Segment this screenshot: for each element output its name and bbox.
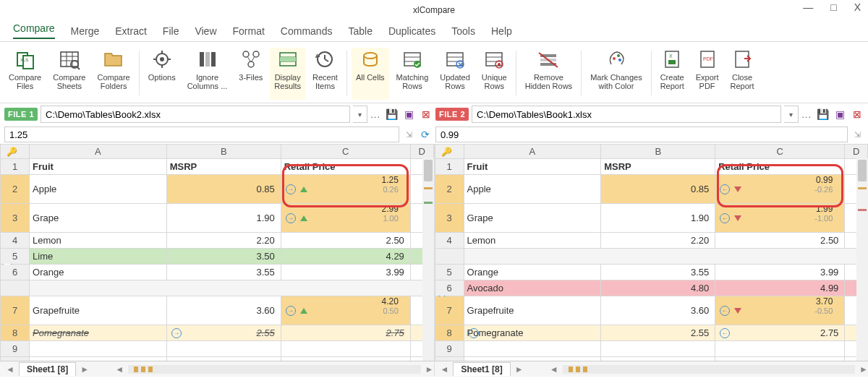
- menu-view[interactable]: View: [195, 25, 216, 37]
- hscroll-left-icon[interactable]: ◄: [550, 364, 558, 374]
- menu-merge[interactable]: Merge: [71, 25, 100, 37]
- file2-sheet-tab[interactable]: Sheet1 [8]: [453, 362, 510, 376]
- hscroll-left-icon[interactable]: ◄: [115, 364, 124, 374]
- cell-fruit[interactable]: Orange: [30, 265, 167, 280]
- header-retail[interactable]: Retail Price: [281, 159, 410, 175]
- menu-commands[interactable]: Commands: [281, 25, 333, 37]
- cell-retail[interactable]: 2.50: [281, 233, 410, 249]
- sheet-nav-left-icon[interactable]: ◄: [438, 364, 452, 374]
- sheet-nav-left-icon[interactable]: ◄: [3, 364, 17, 374]
- cell-retail[interactable]: ←2.75: [715, 325, 845, 341]
- scrollbar-thumb[interactable]: [424, 160, 433, 181]
- cell-retail[interactable]: [715, 357, 845, 361]
- ribbon-close-report-button[interactable]: CloseReport: [726, 48, 759, 100]
- row-header[interactable]: 6: [435, 280, 464, 296]
- cell-fruit[interactable]: [464, 357, 601, 361]
- cell-msrp[interactable]: 2.20: [166, 233, 281, 249]
- header-msrp[interactable]: MSRP: [601, 159, 715, 175]
- row-header[interactable]: 5: [435, 265, 464, 280]
- cell-fruit[interactable]: Pomegranate: [30, 325, 167, 341]
- sheet-nav-right-icon[interactable]: ►: [512, 364, 527, 374]
- hscroll-track[interactable]: [128, 365, 421, 374]
- cell-retail[interactable]: 4.29: [281, 249, 410, 265]
- hscroll-track[interactable]: [563, 365, 856, 374]
- ribbon-display-results-button[interactable]: DisplayResults: [270, 48, 305, 100]
- cell-msrp[interactable]: [166, 357, 281, 361]
- cell-retail[interactable]: [281, 357, 410, 361]
- header-fruit[interactable]: Fruit: [464, 159, 601, 175]
- row-header[interactable]: 3: [435, 204, 464, 233]
- row-header[interactable]: [1, 280, 30, 296]
- menu-file[interactable]: File: [163, 25, 179, 37]
- file1-path-dropdown[interactable]: ▾: [353, 106, 367, 123]
- cell-msrp[interactable]: 3.55: [601, 265, 715, 280]
- cell-fruit[interactable]: Lime: [30, 249, 167, 265]
- file2-grid[interactable]: 🔑ABCD1FruitMSRPRetail Price2Apple0.85←0.…: [435, 144, 869, 361]
- ribbon-compare-folders-button[interactable]: CompareFolders: [93, 48, 135, 100]
- menu-compare[interactable]: Compare: [13, 22, 55, 39]
- ribbon-matching-rows-button[interactable]: MatchingRows: [392, 48, 433, 100]
- file2-save-icon[interactable]: 💾: [816, 108, 829, 121]
- ribbon-ignore-cols-button[interactable]: IgnoreColumns ...: [183, 48, 232, 100]
- cell-retail[interactable]: 2.50: [715, 233, 845, 249]
- cell-retail[interactable]: [281, 341, 410, 357]
- merge-arrow-icon[interactable]: →: [286, 306, 296, 316]
- cell-msrp[interactable]: 3.55: [166, 265, 281, 280]
- header-retail[interactable]: Retail Price: [715, 159, 845, 175]
- ribbon-remove-hidden-button[interactable]: RemoveHidden Rows: [521, 48, 576, 100]
- ribbon-compare-files-button[interactable]: XLSCompareFiles: [4, 48, 46, 100]
- col-header-C[interactable]: C: [281, 145, 410, 159]
- sheet-nav-right-icon[interactable]: ►: [77, 364, 92, 374]
- row-header[interactable]: 7: [1, 296, 30, 325]
- cell-fruit[interactable]: Grape: [464, 204, 601, 233]
- header-msrp[interactable]: MSRP: [166, 159, 281, 175]
- menu-extract[interactable]: Extract: [115, 25, 147, 37]
- cell-fruit[interactable]: [30, 357, 167, 361]
- merge-arrow-icon[interactable]: →: [171, 328, 182, 338]
- merge-arrow-icon[interactable]: ←: [469, 328, 479, 338]
- col-header-D[interactable]: D: [845, 145, 868, 159]
- cell-fruit[interactable]: Apple: [30, 175, 167, 204]
- maximize-button[interactable]: □: [826, 0, 841, 14]
- cell-retail[interactable]: 4.99: [715, 280, 845, 296]
- row-header[interactable]: 1: [1, 159, 30, 175]
- file1-browse-button[interactable]: ...: [370, 109, 380, 120]
- ribbon-three-files-button[interactable]: 3-Files: [234, 48, 267, 100]
- file2-hscrollbar[interactable]: ◄ ►: [550, 364, 868, 374]
- corner-cell[interactable]: 🔑: [1, 145, 30, 159]
- menu-duplicates[interactable]: Duplicates: [388, 25, 435, 37]
- row-header[interactable]: 5: [1, 249, 30, 265]
- cell-retail[interactable]: ←0.99-0.26: [715, 175, 845, 204]
- cell-retail[interactable]: ←3.70-0.50: [715, 296, 845, 325]
- file2-close-icon[interactable]: ⊠: [851, 108, 864, 121]
- row-header[interactable]: 9: [435, 341, 464, 357]
- file2-path-input[interactable]: [472, 106, 781, 123]
- merge-arrow-icon[interactable]: ←: [720, 328, 730, 338]
- row-header[interactable]: 1: [435, 159, 464, 175]
- cell-fruit[interactable]: Lemon: [464, 233, 601, 249]
- merge-arrow-icon[interactable]: →: [286, 184, 296, 194]
- file1-hscrollbar[interactable]: ◄ ►: [115, 364, 433, 374]
- file2-formula-expand-icon[interactable]: ⇲: [851, 130, 864, 140]
- file1-sheet-tab[interactable]: Sheet1 [8]: [19, 362, 76, 376]
- ribbon-recent-button[interactable]: RecentItems: [308, 48, 342, 100]
- cell-fruit[interactable]: Apple: [464, 175, 601, 204]
- cell-msrp[interactable]: 3.60: [601, 296, 715, 325]
- row-header[interactable]: 10: [435, 357, 464, 361]
- cell-msrp[interactable]: [601, 341, 715, 357]
- ribbon-create-report-button[interactable]: XCreateReport: [656, 48, 689, 100]
- cell-fruit[interactable]: Grape: [30, 204, 167, 233]
- cell-msrp[interactable]: →2.55: [166, 325, 281, 341]
- file1-save-icon[interactable]: 💾: [385, 108, 398, 121]
- cell-msrp[interactable]: 0.85: [601, 175, 715, 204]
- file2-saveas-icon[interactable]: ▣: [833, 108, 846, 121]
- file2-browse-button[interactable]: ...: [801, 109, 812, 120]
- menu-help[interactable]: Help: [491, 25, 512, 37]
- row-header[interactable]: 6: [1, 265, 30, 280]
- cell-retail[interactable]: →4.200.50: [281, 296, 410, 325]
- col-header-B[interactable]: B: [166, 145, 281, 159]
- cell-fruit[interactable]: [464, 341, 601, 357]
- cell-msrp[interactable]: 3.60: [166, 296, 281, 325]
- menu-tools[interactable]: Tools: [451, 25, 475, 37]
- cell-msrp[interactable]: [166, 341, 281, 357]
